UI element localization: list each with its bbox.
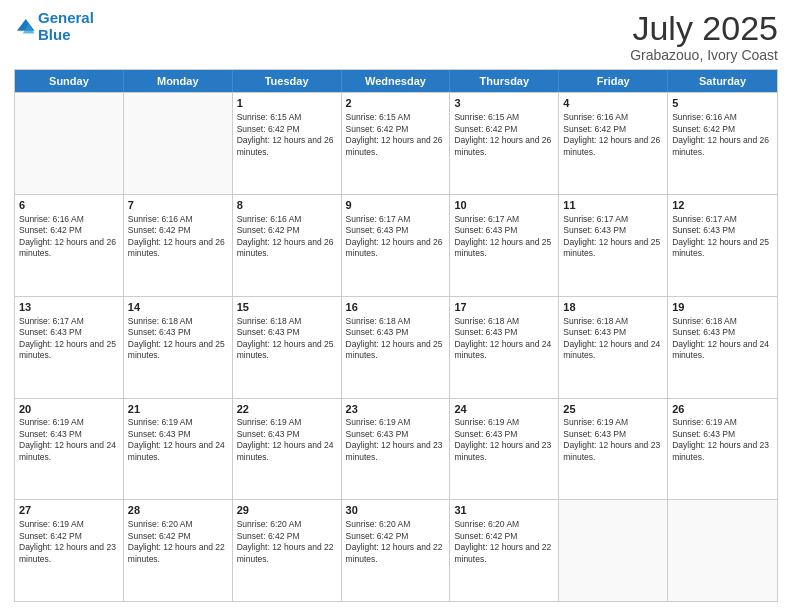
day-info: Sunrise: 6:15 AM Sunset: 6:42 PM Dayligh…	[237, 112, 337, 158]
day-cell-12: 12Sunrise: 6:17 AM Sunset: 6:43 PM Dayli…	[668, 195, 777, 296]
day-info: Sunrise: 6:16 AM Sunset: 6:42 PM Dayligh…	[563, 112, 663, 158]
week-row-1: 1Sunrise: 6:15 AM Sunset: 6:42 PM Daylig…	[15, 92, 777, 194]
day-cell-28: 28Sunrise: 6:20 AM Sunset: 6:42 PM Dayli…	[124, 500, 233, 601]
calendar-body: 1Sunrise: 6:15 AM Sunset: 6:42 PM Daylig…	[15, 92, 777, 601]
day-number: 27	[19, 503, 119, 518]
day-info: Sunrise: 6:20 AM Sunset: 6:42 PM Dayligh…	[346, 519, 446, 565]
day-info: Sunrise: 6:19 AM Sunset: 6:43 PM Dayligh…	[237, 417, 337, 463]
day-number: 18	[563, 300, 663, 315]
day-number: 21	[128, 402, 228, 417]
day-number: 16	[346, 300, 446, 315]
day-header-tuesday: Tuesday	[233, 70, 342, 92]
day-cell-26: 26Sunrise: 6:19 AM Sunset: 6:43 PM Dayli…	[668, 399, 777, 500]
day-number: 12	[672, 198, 773, 213]
day-info: Sunrise: 6:15 AM Sunset: 6:42 PM Dayligh…	[346, 112, 446, 158]
day-cell-18: 18Sunrise: 6:18 AM Sunset: 6:43 PM Dayli…	[559, 297, 668, 398]
day-cell-14: 14Sunrise: 6:18 AM Sunset: 6:43 PM Dayli…	[124, 297, 233, 398]
day-number: 11	[563, 198, 663, 213]
day-info: Sunrise: 6:19 AM Sunset: 6:43 PM Dayligh…	[128, 417, 228, 463]
day-number: 29	[237, 503, 337, 518]
day-info: Sunrise: 6:18 AM Sunset: 6:43 PM Dayligh…	[346, 316, 446, 362]
header: General Blue July 2025 Grabazouo, Ivory …	[14, 10, 778, 63]
day-cell-9: 9Sunrise: 6:17 AM Sunset: 6:43 PM Daylig…	[342, 195, 451, 296]
day-cell-27: 27Sunrise: 6:19 AM Sunset: 6:42 PM Dayli…	[15, 500, 124, 601]
day-number: 8	[237, 198, 337, 213]
day-info: Sunrise: 6:20 AM Sunset: 6:42 PM Dayligh…	[237, 519, 337, 565]
day-number: 25	[563, 402, 663, 417]
day-info: Sunrise: 6:18 AM Sunset: 6:43 PM Dayligh…	[237, 316, 337, 362]
day-info: Sunrise: 6:15 AM Sunset: 6:42 PM Dayligh…	[454, 112, 554, 158]
day-cell-15: 15Sunrise: 6:18 AM Sunset: 6:43 PM Dayli…	[233, 297, 342, 398]
day-cell-6: 6Sunrise: 6:16 AM Sunset: 6:42 PM Daylig…	[15, 195, 124, 296]
day-info: Sunrise: 6:17 AM Sunset: 6:43 PM Dayligh…	[454, 214, 554, 260]
day-info: Sunrise: 6:19 AM Sunset: 6:43 PM Dayligh…	[454, 417, 554, 463]
day-number: 3	[454, 96, 554, 111]
day-number: 1	[237, 96, 337, 111]
day-number: 15	[237, 300, 337, 315]
day-cell-1: 1Sunrise: 6:15 AM Sunset: 6:42 PM Daylig…	[233, 93, 342, 194]
day-cell-22: 22Sunrise: 6:19 AM Sunset: 6:43 PM Dayli…	[233, 399, 342, 500]
day-info: Sunrise: 6:18 AM Sunset: 6:43 PM Dayligh…	[563, 316, 663, 362]
day-cell-5: 5Sunrise: 6:16 AM Sunset: 6:42 PM Daylig…	[668, 93, 777, 194]
day-number: 26	[672, 402, 773, 417]
logo-text: General Blue	[38, 10, 94, 43]
logo-line2: Blue	[38, 26, 71, 43]
day-info: Sunrise: 6:18 AM Sunset: 6:43 PM Dayligh…	[672, 316, 773, 362]
week-row-5: 27Sunrise: 6:19 AM Sunset: 6:42 PM Dayli…	[15, 499, 777, 601]
day-number: 23	[346, 402, 446, 417]
day-cell-30: 30Sunrise: 6:20 AM Sunset: 6:42 PM Dayli…	[342, 500, 451, 601]
day-number: 2	[346, 96, 446, 111]
day-info: Sunrise: 6:18 AM Sunset: 6:43 PM Dayligh…	[128, 316, 228, 362]
day-info: Sunrise: 6:17 AM Sunset: 6:43 PM Dayligh…	[672, 214, 773, 260]
day-info: Sunrise: 6:19 AM Sunset: 6:42 PM Dayligh…	[19, 519, 119, 565]
calendar-header: SundayMondayTuesdayWednesdayThursdayFrid…	[15, 70, 777, 92]
page: General Blue July 2025 Grabazouo, Ivory …	[0, 0, 792, 612]
day-header-friday: Friday	[559, 70, 668, 92]
day-info: Sunrise: 6:19 AM Sunset: 6:43 PM Dayligh…	[672, 417, 773, 463]
month-title: July 2025	[630, 10, 778, 47]
day-cell-19: 19Sunrise: 6:18 AM Sunset: 6:43 PM Dayli…	[668, 297, 777, 398]
day-number: 22	[237, 402, 337, 417]
day-cell-23: 23Sunrise: 6:19 AM Sunset: 6:43 PM Dayli…	[342, 399, 451, 500]
day-cell-7: 7Sunrise: 6:16 AM Sunset: 6:42 PM Daylig…	[124, 195, 233, 296]
day-cell-25: 25Sunrise: 6:19 AM Sunset: 6:43 PM Dayli…	[559, 399, 668, 500]
day-info: Sunrise: 6:19 AM Sunset: 6:43 PM Dayligh…	[563, 417, 663, 463]
day-info: Sunrise: 6:19 AM Sunset: 6:43 PM Dayligh…	[346, 417, 446, 463]
day-cell-20: 20Sunrise: 6:19 AM Sunset: 6:43 PM Dayli…	[15, 399, 124, 500]
day-info: Sunrise: 6:17 AM Sunset: 6:43 PM Dayligh…	[346, 214, 446, 260]
day-number: 24	[454, 402, 554, 417]
day-cell-8: 8Sunrise: 6:16 AM Sunset: 6:42 PM Daylig…	[233, 195, 342, 296]
week-row-3: 13Sunrise: 6:17 AM Sunset: 6:43 PM Dayli…	[15, 296, 777, 398]
day-header-saturday: Saturday	[668, 70, 777, 92]
day-cell-21: 21Sunrise: 6:19 AM Sunset: 6:43 PM Dayli…	[124, 399, 233, 500]
empty-cell	[15, 93, 124, 194]
day-cell-10: 10Sunrise: 6:17 AM Sunset: 6:43 PM Dayli…	[450, 195, 559, 296]
day-number: 9	[346, 198, 446, 213]
day-number: 19	[672, 300, 773, 315]
day-cell-16: 16Sunrise: 6:18 AM Sunset: 6:43 PM Dayli…	[342, 297, 451, 398]
day-info: Sunrise: 6:18 AM Sunset: 6:43 PM Dayligh…	[454, 316, 554, 362]
day-cell-3: 3Sunrise: 6:15 AM Sunset: 6:42 PM Daylig…	[450, 93, 559, 194]
day-cell-2: 2Sunrise: 6:15 AM Sunset: 6:42 PM Daylig…	[342, 93, 451, 194]
day-cell-31: 31Sunrise: 6:20 AM Sunset: 6:42 PM Dayli…	[450, 500, 559, 601]
logo-icon	[14, 16, 36, 38]
day-info: Sunrise: 6:17 AM Sunset: 6:43 PM Dayligh…	[563, 214, 663, 260]
day-info: Sunrise: 6:16 AM Sunset: 6:42 PM Dayligh…	[19, 214, 119, 260]
day-number: 31	[454, 503, 554, 518]
day-number: 17	[454, 300, 554, 315]
day-number: 4	[563, 96, 663, 111]
day-number: 14	[128, 300, 228, 315]
day-cell-11: 11Sunrise: 6:17 AM Sunset: 6:43 PM Dayli…	[559, 195, 668, 296]
day-info: Sunrise: 6:20 AM Sunset: 6:42 PM Dayligh…	[128, 519, 228, 565]
week-row-4: 20Sunrise: 6:19 AM Sunset: 6:43 PM Dayli…	[15, 398, 777, 500]
day-number: 6	[19, 198, 119, 213]
day-cell-4: 4Sunrise: 6:16 AM Sunset: 6:42 PM Daylig…	[559, 93, 668, 194]
day-info: Sunrise: 6:20 AM Sunset: 6:42 PM Dayligh…	[454, 519, 554, 565]
title-block: July 2025 Grabazouo, Ivory Coast	[630, 10, 778, 63]
day-number: 28	[128, 503, 228, 518]
day-number: 7	[128, 198, 228, 213]
location-title: Grabazouo, Ivory Coast	[630, 47, 778, 63]
day-number: 5	[672, 96, 773, 111]
day-number: 13	[19, 300, 119, 315]
empty-cell	[559, 500, 668, 601]
